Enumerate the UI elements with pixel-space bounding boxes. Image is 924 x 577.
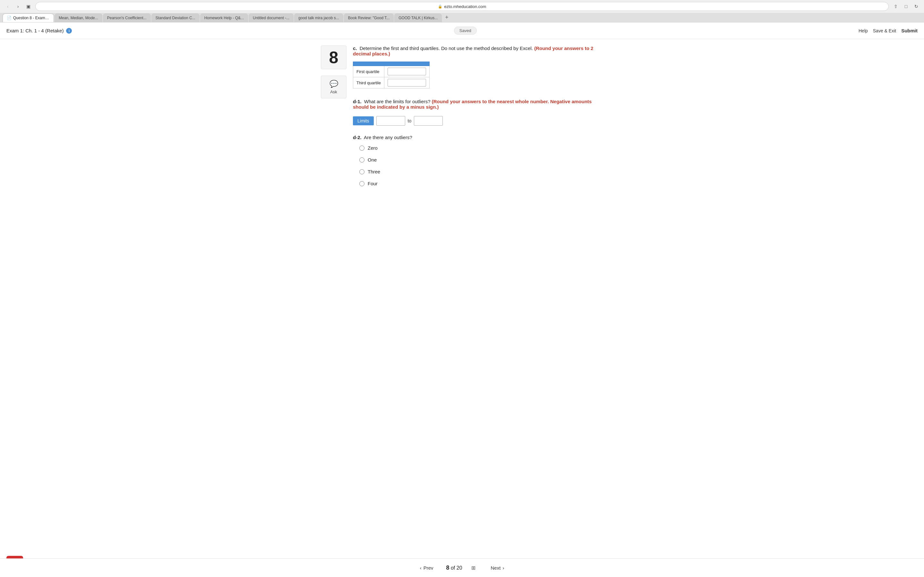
tab-4[interactable]: Homework Help - Q&... <box>200 13 248 22</box>
address-bar[interactable]: 🔒 ezto.mheducation.com <box>35 2 889 11</box>
nav-buttons: ‹ › ▣ <box>3 2 33 11</box>
tab-7-label: Book Review: "Good T... <box>348 16 389 20</box>
lock-icon: 🔒 <box>438 5 443 9</box>
question-number: 8 <box>329 49 338 66</box>
header-center: Saved <box>72 27 859 35</box>
submit-button[interactable]: Submit <box>901 28 918 33</box>
part-d1-label: d-1. <box>353 99 362 104</box>
ask-chat-icon: 💬 <box>330 80 338 88</box>
new-tab-button[interactable]: □ <box>901 2 911 11</box>
tab-overview-button[interactable]: ▣ <box>24 2 33 11</box>
exam-title: Exam 1: Ch. 1 - 4 (Retake) <box>6 28 63 33</box>
info-icon[interactable]: i <box>66 28 72 34</box>
app-title-area: Exam 1: Ch. 1 - 4 (Retake) i <box>6 28 72 34</box>
tab-0-label: Question 8 - Exam 1:... <box>13 16 50 20</box>
browser-actions: ⇧ □ ↻ <box>891 2 921 11</box>
forward-button[interactable]: › <box>13 2 23 11</box>
ask-box[interactable]: 💬 Ask <box>321 76 347 98</box>
radio-one-label: One <box>368 157 376 163</box>
part-d1: d-1. What are the limits for outliers? (… <box>353 99 603 126</box>
header-actions: Help Save & Exit Submit <box>859 28 918 33</box>
limit-left-input[interactable] <box>376 116 405 126</box>
browser-chrome: ‹ › ▣ 🔒 ezto.mheducation.com ⇧ □ ↻ 📄 Que… <box>0 0 924 23</box>
tab-1-label: Mean, Median, Mode... <box>59 16 98 20</box>
tab-7[interactable]: Book Review: "Good T... <box>344 13 394 22</box>
radio-three-input[interactable] <box>359 169 365 174</box>
radio-group: Zero One Three Four <box>353 145 603 186</box>
tab-1[interactable]: Mean, Median, Mode... <box>55 13 102 22</box>
to-text: to <box>408 118 412 123</box>
part-c-description: Determine the first and third quartiles.… <box>360 45 533 51</box>
tab-3-label: Standard Deviation C... <box>156 16 195 20</box>
app-header: Exam 1: Ch. 1 - 4 (Retake) i Saved Help … <box>0 23 924 39</box>
radio-four[interactable]: Four <box>359 181 603 186</box>
radio-four-input[interactable] <box>359 181 365 186</box>
saved-badge: Saved <box>454 27 477 35</box>
tab-bar: 📄 Question 8 - Exam 1:... Mean, Median, … <box>0 13 924 22</box>
radio-one-input[interactable] <box>359 157 365 163</box>
part-c: c. Determine the first and third quartil… <box>353 45 603 89</box>
radio-zero-input[interactable] <box>359 145 365 151</box>
part-d1-description: What are the limits for outliers? <box>364 99 431 104</box>
limits-row: Limits to <box>353 116 603 126</box>
url-text: ezto.mheducation.com <box>444 4 486 9</box>
save-exit-button[interactable]: Save & Exit <box>873 28 896 33</box>
quartile-table-header <box>353 62 430 66</box>
tab-5-label: Untitled document -... <box>253 16 289 20</box>
part-d2-label: d-2. <box>353 135 362 140</box>
radio-four-label: Four <box>368 181 378 186</box>
part-c-text: c. Determine the first and third quartil… <box>353 45 603 56</box>
limit-right-input[interactable] <box>414 116 443 126</box>
tab-8-label: GOOD TALK | Kirkus... <box>399 16 438 20</box>
third-quartile-label: Third quartile <box>353 77 384 89</box>
sidebar-left: 8 💬 Ask <box>321 45 347 98</box>
radio-three-label: Three <box>368 169 380 174</box>
tab-2[interactable]: Pearson's Coefficient... <box>103 13 151 22</box>
ask-label: Ask <box>330 89 337 94</box>
limits-label-box: Limits <box>353 116 374 125</box>
radio-three[interactable]: Three <box>359 169 603 174</box>
tab-5[interactable]: Untitled document -... <box>249 13 294 22</box>
question-row: 8 💬 Ask c. Determine the first and third… <box>321 45 603 199</box>
reload-button[interactable]: ↻ <box>912 2 921 11</box>
tab-4-label: Homework Help - Q&... <box>204 16 244 20</box>
help-button[interactable]: Help <box>859 28 868 33</box>
question-number-box: 8 <box>321 45 347 69</box>
first-quartile-row: First quartile <box>353 66 430 77</box>
third-quartile-cell <box>384 77 429 89</box>
quartile-table: First quartile Third quartile <box>353 61 430 89</box>
tab-6[interactable]: good talk mira jacob s... <box>294 13 343 22</box>
tab-2-label: Pearson's Coefficient... <box>107 16 147 20</box>
tab-3[interactable]: Standard Deviation C... <box>152 13 200 22</box>
first-quartile-cell <box>384 66 429 77</box>
content-area: 8 💬 Ask c. Determine the first and third… <box>308 39 616 205</box>
saved-text: Saved <box>459 28 471 33</box>
new-tab-plus-button[interactable]: + <box>443 13 451 22</box>
part-d1-text: d-1. What are the limits for outliers? (… <box>353 99 603 110</box>
part-d2: d-2. Are there any outliers? Zero One Th… <box>353 135 603 186</box>
tab-6-label: good talk mira jacob s... <box>298 16 339 20</box>
part-d2-description: Are there any outliers? <box>364 135 412 140</box>
radio-zero-label: Zero <box>368 145 378 151</box>
first-quartile-input[interactable] <box>388 68 426 75</box>
tab-0[interactable]: 📄 Question 8 - Exam 1:... <box>3 13 54 22</box>
radio-one[interactable]: One <box>359 157 603 163</box>
part-c-label: c. <box>353 45 357 51</box>
limits-label: Limits <box>357 118 369 123</box>
browser-toolbar: ‹ › ▣ 🔒 ezto.mheducation.com ⇧ □ ↻ <box>0 0 924 13</box>
part-d2-text: d-2. Are there any outliers? <box>353 135 603 140</box>
tab-8[interactable]: GOOD TALK | Kirkus... <box>394 13 442 22</box>
third-quartile-row: Third quartile <box>353 77 430 89</box>
third-quartile-input[interactable] <box>388 79 426 87</box>
first-quartile-label: First quartile <box>353 66 384 77</box>
question-content: c. Determine the first and third quartil… <box>353 45 603 199</box>
back-button[interactable]: ‹ <box>3 2 12 11</box>
tab-0-favicon: 📄 <box>7 16 11 20</box>
radio-zero[interactable]: Zero <box>359 145 603 151</box>
share-button[interactable]: ⇧ <box>891 2 900 11</box>
